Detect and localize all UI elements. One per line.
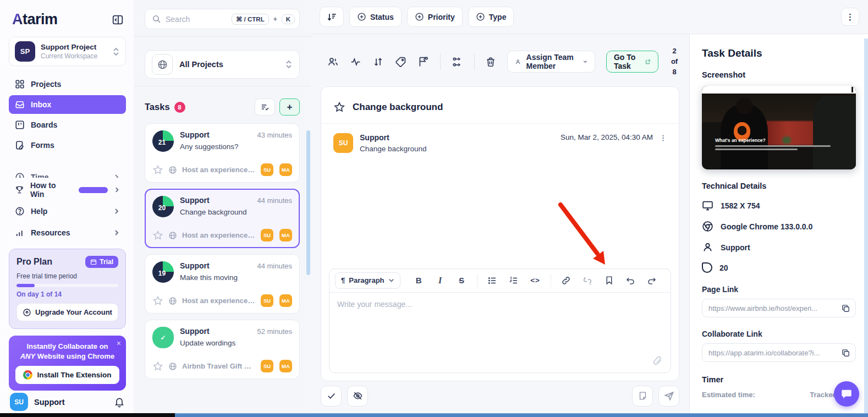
scrollbar[interactable] (864, 39, 868, 413)
link-button[interactable] (556, 272, 577, 289)
reporter-row: Support (702, 242, 856, 253)
resolution-row: 1582 X 754 (702, 200, 856, 211)
sidebar-nav: Projects Inbox Boards Forms (9, 75, 126, 155)
redo-button[interactable] (641, 272, 663, 289)
sort-tasks-button[interactable] (255, 98, 275, 116)
bullet-list-button[interactable] (482, 272, 503, 289)
attachment-icon[interactable] (652, 355, 663, 366)
collaborators-icon[interactable] (327, 56, 339, 68)
user-profile-row[interactable]: SU Support (9, 391, 126, 413)
workspace-subtitle: Current Workspace (41, 52, 107, 60)
filter-priority-button[interactable]: Priority (407, 7, 463, 27)
comment-timestamp: Sun, Mar 2, 2025, 04:30 AM (561, 133, 653, 141)
person-icon (702, 242, 713, 253)
flag-comment-icon[interactable] (417, 56, 429, 68)
search-bar[interactable]: ⌘ / CTRL + K (145, 9, 300, 29)
sidebar-item-projects[interactable]: Projects (9, 75, 126, 94)
scrollbar[interactable] (306, 130, 310, 275)
add-task-button[interactable]: + (279, 98, 300, 116)
copy-icon[interactable] (841, 304, 850, 313)
task-card[interactable]: 21 Support43 minutes Any suggestions? Ho… (145, 123, 300, 183)
comment: SU Support Change background Sun, Mar 2,… (321, 124, 679, 162)
task-number-badge: 19 (152, 261, 174, 283)
merge-tasks-icon[interactable] (452, 56, 463, 68)
ordered-list-button[interactable] (503, 272, 525, 289)
overflow-menu-button[interactable]: ⋮ (841, 8, 859, 26)
bold-button[interactable]: B (408, 272, 430, 289)
resolve-button[interactable] (321, 386, 342, 407)
browser-row: Google Chrome 133.0.0.0 (702, 221, 856, 232)
undo-button[interactable] (620, 272, 641, 289)
workspace-switcher[interactable]: SP Support Project Current Workspace (9, 37, 126, 66)
collaborate-link-label: Collaborate Link (702, 330, 856, 338)
updown-chevron-icon (285, 59, 293, 69)
task-card[interactable]: ✓ Support52 minutes Update wordings Airb… (145, 320, 300, 379)
search-input[interactable] (166, 15, 227, 24)
sidebar-item-time[interactable]: Time (9, 169, 126, 178)
help-icon (15, 206, 25, 216)
message-input[interactable]: Write your message... (329, 293, 671, 372)
pro-plan-card: Pro Plan Trial Free trial time period On… (9, 249, 126, 329)
chrome-extension-promo: × Instantly Collaborate on ANY Website u… (9, 336, 126, 391)
page-link-field[interactable]: https://www.airbnb.ie/host/experi... (702, 299, 856, 317)
avatar: SU (261, 294, 273, 307)
delete-task-icon[interactable] (485, 56, 496, 68)
sidebar-collapse-icon[interactable] (112, 14, 124, 26)
star-icon[interactable] (152, 295, 163, 306)
internal-note-button[interactable] (632, 386, 653, 407)
filter-status-button[interactable]: Status (349, 7, 402, 27)
task-screenshot-thumbnail[interactable]: What's an experience? (702, 86, 856, 169)
globe-icon (168, 297, 177, 305)
send-button[interactable] (658, 386, 679, 407)
sort-button[interactable] (320, 7, 344, 27)
italic-button[interactable]: I (430, 272, 451, 289)
comment-menu-icon[interactable]: ⋮ (660, 133, 667, 141)
sidebar-item-label: Forms (31, 141, 54, 150)
code-button[interactable]: <> (525, 272, 546, 289)
project-filter-dropdown[interactable]: All Projects (145, 50, 300, 79)
activity-icon[interactable] (350, 56, 361, 68)
task-card[interactable]: 19 Support44 minutes Make this moving Ho… (145, 254, 300, 314)
workspace-avatar: SP (15, 41, 35, 62)
avatar: SU (333, 133, 353, 153)
top-toolbar: Status Priority Type ⋮ (311, 0, 868, 34)
sidebar-item-label: Boards (31, 120, 57, 129)
close-icon[interactable]: × (117, 339, 121, 348)
star-icon[interactable] (152, 230, 163, 241)
assign-team-member-dropdown[interactable]: Assign Team Member (507, 51, 595, 73)
trial-subtitle: Free trial time period (17, 272, 118, 280)
chevron-down-icon (583, 58, 587, 65)
go-to-task-button[interactable]: Go To Task (606, 51, 658, 73)
sort-updown-icon[interactable] (372, 56, 384, 68)
copy-icon[interactable] (841, 348, 850, 358)
unlink-button[interactable] (577, 272, 598, 289)
bookmark-button[interactable] (598, 272, 620, 289)
sidebar-item-boards[interactable]: Boards (9, 116, 126, 134)
collaborate-link-field[interactable]: https://app.atarim.io/collaborate?i... (702, 343, 856, 362)
sidebar-item-inbox[interactable]: Inbox (9, 95, 126, 114)
upgrade-account-button[interactable]: Upgrade Your Account (17, 303, 118, 321)
tag-icon[interactable] (395, 56, 406, 68)
star-icon[interactable] (152, 164, 163, 175)
workspace-name: Support Project (41, 43, 107, 51)
block-type-dropdown[interactable]: ¶ Paragraph (335, 272, 400, 289)
avatar: SU (10, 393, 28, 411)
star-icon[interactable] (333, 101, 345, 113)
task-time: 44 minutes (257, 196, 292, 205)
sidebar-item-forms[interactable]: Forms (9, 136, 126, 155)
sidebar-item-how-to-win[interactable]: How to Win (9, 180, 126, 199)
screenshot-heading: Screenshot (702, 70, 856, 79)
star-icon[interactable] (152, 361, 163, 372)
hide-internal-button[interactable] (347, 386, 368, 407)
sidebar-item-help[interactable]: Help (9, 202, 126, 221)
strikethrough-button[interactable]: S (451, 272, 473, 289)
chat-widget-button[interactable] (834, 381, 859, 407)
external-link-icon (645, 58, 651, 66)
task-card-selected[interactable]: 20 Support44 minutes Change background H… (145, 189, 300, 248)
install-extension-button[interactable]: Install The Extension (15, 366, 119, 384)
screenshot-caption: What's an experience? (715, 138, 766, 143)
filter-type-button[interactable]: Type (468, 7, 514, 27)
sidebar-item-resources[interactable]: Resources (9, 223, 126, 242)
bell-icon[interactable] (114, 397, 125, 408)
task-time: 52 minutes (257, 327, 292, 336)
